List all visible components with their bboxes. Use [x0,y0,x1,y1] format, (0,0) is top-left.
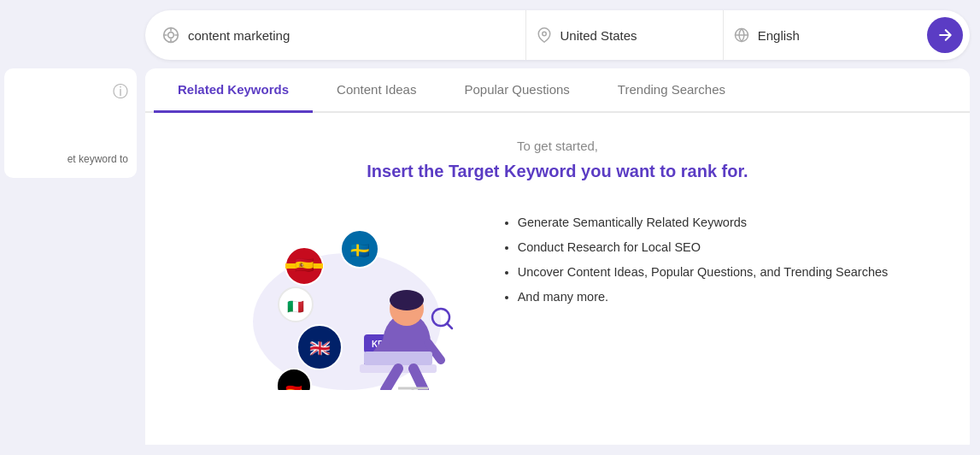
keyword-input[interactable] [188,28,515,43]
svg-line-37 [447,323,452,328]
main-panel: To get started, Insert the Target Keywor… [145,113,970,445]
sidebar-hint-text: et keyword to [67,153,128,165]
svg-text:🇩🇪: 🇩🇪 [285,380,302,390]
sidebar-panel: ⓘ et keyword to [4,68,137,178]
features-list: Generate Semantically Related Keywords C… [501,210,889,310]
tabs-container: Related Keywords Content Ideas Popular Q… [145,68,970,445]
language-segment [723,10,920,60]
tabs-bar: Related Keywords Content Ideas Popular Q… [145,68,970,113]
headline-text: Insert the Target Keyword you want to ra… [367,162,748,181]
feature-item-2: Conduct Research for Local SEO [518,235,889,260]
tab-popular-questions[interactable]: Popular Questions [440,68,593,113]
location-input[interactable] [560,28,713,43]
svg-text:🇸🇪: 🇸🇪 [350,241,370,260]
svg-text:🇬🇧: 🇬🇧 [308,338,330,358]
svg-point-1 [168,32,174,38]
keyword-segment [152,10,525,60]
sidebar: ⓘ et keyword to [0,0,145,455]
target-icon [162,27,179,44]
tagline-text: To get started, [517,139,598,153]
svg-text:🇪🇸: 🇪🇸 [295,256,314,275]
tab-related-keywords[interactable]: Related Keywords [154,68,313,113]
location-icon [537,27,552,43]
search-button[interactable] [927,17,963,53]
svg-point-27 [390,290,424,310]
location-segment [525,10,723,60]
language-icon [734,27,749,43]
illustration-section: 🇪🇸 🇸🇪 🇮🇹 🇬🇧 🇩🇪 [162,202,953,390]
feature-item-1: Generate Semantically Related Keywords [518,210,889,235]
illustration-image: 🇪🇸 🇸🇪 🇮🇹 🇬🇧 🇩🇪 [227,202,467,390]
feature-item-4: And many more. [518,285,889,310]
feature-item-3: Uncover Content Ideas, Popular Questions… [518,260,889,285]
language-input[interactable] [758,28,910,43]
help-icon[interactable]: ⓘ [113,81,128,102]
svg-text:🇮🇹: 🇮🇹 [287,298,304,315]
svg-rect-31 [364,352,432,365]
tab-trending-searches[interactable]: Trending Searches [594,68,749,113]
search-bar [145,10,970,60]
main-content: Related Keywords Content Ideas Popular Q… [145,0,980,455]
svg-point-6 [542,32,546,36]
tab-content-ideas[interactable]: Content Ideas [313,68,440,113]
